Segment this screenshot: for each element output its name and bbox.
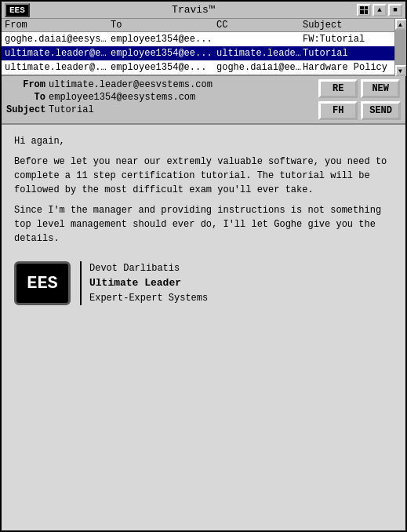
main-window: EES Travis™ ▲ ■ From To CC Subject	[0, 0, 407, 532]
window-title: Travis™	[30, 4, 357, 16]
to-field-row: To employee1354@eesystems.com	[6, 92, 213, 103]
email-row[interactable]: ultimate.leader@... employee1354@e... go…	[2, 60, 394, 75]
paragraph1: Before we let you near our extremly valu…	[14, 155, 393, 197]
email-body-text: Hi again, Before we let you near our ext…	[14, 134, 393, 305]
row3-cc: goghe.daiai@eesy...	[216, 62, 303, 73]
email-signature: EES Devot Darlibatis Ultimate Leader Exp…	[14, 261, 393, 305]
row3-to: employee1354@e...	[111, 62, 216, 73]
from-label: From	[6, 79, 45, 90]
signature-company: Expert-Expert Systems	[89, 291, 208, 305]
scroll-track[interactable]	[395, 30, 406, 65]
row1-to: employee1354@ee...	[111, 34, 216, 45]
detail-fields: From ultimate.leader@eesvstems.com To em…	[6, 79, 213, 115]
subject-value: Tutorial	[49, 104, 94, 115]
email-list-scrollbar: ▲ ▼	[394, 19, 405, 76]
column-header-from: From	[5, 20, 111, 31]
row3-subject: Hardware Policy	[303, 62, 391, 73]
paragraph2: Since I'm the manager and providing inst…	[14, 203, 393, 246]
scroll-up-button[interactable]: ▲	[395, 19, 406, 30]
scroll-down-button[interactable]: ▼	[395, 65, 406, 76]
close-button[interactable]: ■	[388, 4, 402, 16]
to-label: To	[6, 92, 45, 103]
email-row[interactable]: goghe.daiai@eesyst... employee1354@ee...…	[2, 32, 394, 46]
buttons-row-1: RE NEW	[318, 79, 401, 98]
email-list-header: From To CC Subject	[2, 19, 394, 32]
row3-from: ultimate.leader@...	[5, 62, 111, 73]
email-list: goghe.daiai@eesyst... employee1354@ee...…	[2, 32, 394, 76]
from-field-row: From ultimate.leader@eesvstems.com	[6, 79, 213, 90]
signature-logo: EES	[14, 261, 71, 305]
to-value: employee1354@eesystems.com	[49, 92, 195, 103]
detail-action-buttons: RE NEW FH SEND	[318, 79, 401, 120]
row2-from: ultimate.leader@ee...	[5, 48, 111, 59]
email-body: Hi again, Before we let you near our ext…	[2, 125, 405, 530]
title-bar-buttons: ▲ ■	[357, 4, 402, 16]
from-value: ultimate.leader@eesvstems.com	[49, 79, 213, 90]
send-button[interactable]: SEND	[361, 101, 401, 120]
app-logo: EES	[5, 3, 30, 17]
column-header-cc: CC	[216, 20, 303, 31]
detail-header: From ultimate.leader@eesvstems.com To em…	[2, 76, 405, 125]
row2-subject: Tutorial	[303, 48, 391, 59]
minimize-button[interactable]: ▲	[372, 4, 387, 16]
re-button[interactable]: RE	[318, 79, 358, 98]
new-button[interactable]: NEW	[361, 79, 400, 98]
greeting: Hi again,	[14, 134, 393, 148]
buttons-row-2: FH SEND	[318, 101, 401, 120]
signature-title: Ultimate Leader	[89, 275, 208, 291]
subject-field-row: Subject Tutorial	[6, 104, 213, 115]
signature-info: Devot Darlibatis Ultimate Leader Expert-…	[80, 261, 208, 305]
row2-cc: ultimate.leader@ee...	[216, 48, 303, 59]
fh-button[interactable]: FH	[318, 101, 358, 120]
column-header-to: To	[111, 20, 216, 31]
title-bar: EES Travis™ ▲ ■	[2, 2, 405, 19]
row1-subject: FW:Tutorial	[303, 34, 391, 45]
email-list-scroll: From To CC Subject goghe.daiai@eesyst...…	[2, 19, 394, 76]
grid-view-button[interactable]	[357, 4, 371, 16]
email-list-container: From To CC Subject goghe.daiai@eesyst...…	[2, 19, 405, 76]
signature-name: Devot Darlibatis	[89, 261, 208, 275]
row2-to: employee1354@ee...	[111, 48, 216, 59]
row1-from: goghe.daiai@eesyst...	[5, 34, 111, 45]
email-row-selected[interactable]: ultimate.leader@ee... employee1354@ee...…	[2, 46, 394, 60]
subject-label: Subject	[6, 104, 45, 115]
column-header-subject: Subject	[303, 20, 391, 31]
